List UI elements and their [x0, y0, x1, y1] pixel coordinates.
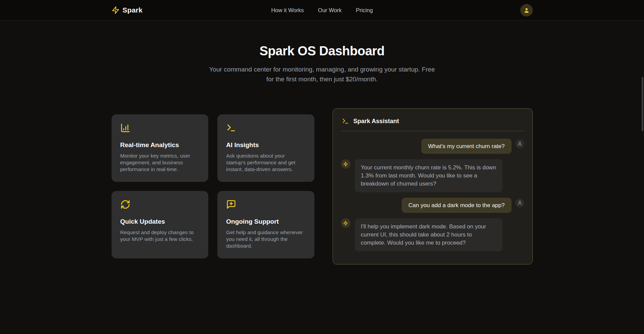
account-avatar-button[interactable]	[520, 4, 533, 17]
chat-messages: What's my current churn rate? Your curre…	[341, 131, 524, 251]
feature-card-realtime-analytics: Real-time Analytics Monitor your key met…	[112, 114, 209, 182]
user-icon	[523, 7, 530, 13]
feature-card-ai-insights: AI Insights Ask questions about your sta…	[217, 114, 314, 182]
nav-link-how-it-works[interactable]: How it Works	[271, 7, 304, 13]
page-scrollbar-thumb[interactable]	[642, 77, 643, 131]
feature-description: Ask questions about your startup's perfo…	[226, 152, 306, 173]
chat-message-user: Can you add a dark mode to the app?	[341, 198, 524, 213]
message-square-plus-icon	[226, 199, 236, 210]
feature-title: Real-time Analytics	[120, 141, 200, 149]
page-scrollbar-track	[641, 0, 644, 334]
nav-links: How it Works Our Work Pricing	[271, 7, 373, 13]
spark-assistant-panel: Spark Assistant What's my current churn …	[333, 108, 533, 265]
feature-description: Get help and guidance whenever you need …	[226, 229, 306, 249]
brand-name: Spark	[123, 6, 143, 14]
chat-message-assistant: I'll help you implement dark mode. Based…	[341, 218, 524, 251]
nav-link-our-work[interactable]: Our Work	[318, 7, 342, 13]
content-row: Real-time Analytics Monitor your key met…	[112, 108, 533, 265]
assistant-message-bubble: I'll help you implement dark mode. Based…	[355, 218, 502, 251]
assistant-panel-header: Spark Assistant	[341, 116, 524, 131]
refresh-icon	[120, 199, 130, 210]
feature-title: AI Insights	[226, 141, 306, 149]
page-subtitle: Your command center for monitoring, mana…	[206, 65, 438, 84]
chat-message-assistant: Your current monthly churn rate is 5.2%.…	[341, 159, 524, 192]
terminal-icon	[226, 123, 236, 133]
feature-title: Ongoing Support	[226, 218, 306, 225]
feature-grid: Real-time Analytics Monitor your key met…	[112, 114, 314, 258]
feature-card-quick-updates: Quick Updates Request and deploy changes…	[112, 191, 209, 258]
page: Spark How it Works Our Work Pricing Spar…	[0, 0, 644, 334]
feature-description: Monitor your key metrics, user engagemen…	[120, 152, 200, 173]
user-message-bubble: Can you add a dark mode to the app?	[402, 198, 511, 213]
chat-message-user: What's my current churn rate?	[341, 139, 524, 154]
nav-link-pricing[interactable]: Pricing	[356, 7, 373, 13]
bar-chart-icon	[120, 123, 130, 133]
brand-logo[interactable]: Spark	[112, 6, 271, 14]
lightning-bolt-icon	[112, 6, 120, 14]
feature-card-ongoing-support: Ongoing Support Get help and guidance wh…	[217, 191, 314, 258]
assistant-message-bubble: Your current monthly churn rate is 5.2%.…	[355, 159, 502, 192]
terminal-icon	[342, 117, 349, 125]
navbar: Spark How it Works Our Work Pricing	[0, 0, 644, 21]
feature-title: Quick Updates	[120, 218, 200, 225]
user-avatar	[515, 198, 524, 207]
hero-section: Spark OS Dashboard Your command center f…	[0, 21, 644, 84]
spark-bolt-avatar	[341, 159, 350, 169]
user-avatar	[515, 139, 524, 148]
user-message-bubble: What's my current churn rate?	[421, 139, 511, 154]
page-title: Spark OS Dashboard	[0, 44, 644, 58]
spark-bolt-avatar	[341, 218, 350, 228]
feature-description: Request and deploy changes to your MVP w…	[120, 229, 200, 243]
assistant-panel-title: Spark Assistant	[354, 118, 399, 125]
